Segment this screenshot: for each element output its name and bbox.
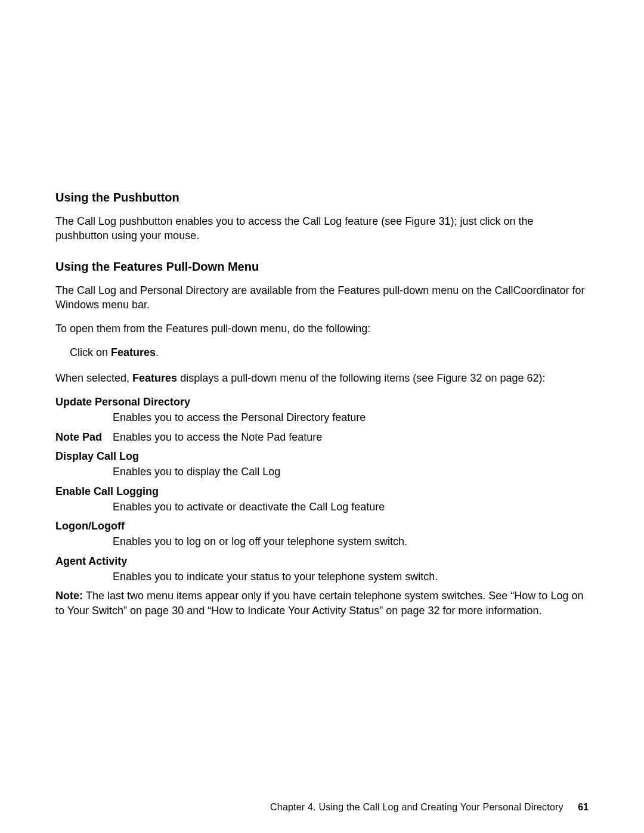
menu-item-term: Note Pad	[55, 430, 113, 444]
text: 32 on page	[470, 372, 524, 384]
menu-item-description: Enables you to display the Call Log	[113, 465, 589, 479]
menu-item-description: Enables you to access the Note Pad featu…	[113, 430, 322, 444]
bold-features: Features	[132, 372, 177, 384]
text: 62):	[527, 372, 546, 384]
page-content: Using the Pushbutton The Call Log pushbu…	[55, 190, 589, 627]
document-page: Using the Pushbutton The Call Log pushbu…	[0, 0, 644, 833]
note-paragraph: Note: The last two menu items appear onl…	[55, 589, 589, 618]
text: The Call Log pushbutton enables you to a…	[55, 215, 435, 227]
text: displays a pull-down menu of the followi…	[177, 372, 467, 384]
menu-item-list: Update Personal DirectoryEnables you to …	[55, 395, 589, 584]
footer-chapter-label: Chapter 4. Using the Call Log and Creati…	[270, 802, 564, 812]
paragraph: When selected, Features displays a pull-…	[55, 371, 589, 385]
text: 30 and “How to Indicate Your Activity St…	[172, 605, 425, 617]
menu-item-term: Agent Activity	[55, 554, 589, 568]
text: When selected,	[55, 372, 132, 384]
menu-item: Agent ActivityEnables you to indicate yo…	[55, 554, 589, 584]
menu-item: Display Call LogEnables you to display t…	[55, 449, 589, 479]
note-label: Note:	[55, 590, 86, 602]
menu-item: Logon/LogoffEnables you to log on or log…	[55, 519, 589, 549]
footer-page-number: 61	[578, 802, 589, 812]
menu-item: Enable Call LoggingEnables you to activa…	[55, 484, 589, 515]
paragraph: The Call Log pushbutton enables you to a…	[55, 214, 589, 243]
text: Click on	[70, 346, 111, 358]
instruction-click-features: Click on Features.	[70, 345, 589, 360]
menu-item-term: Update Personal Directory	[55, 395, 589, 409]
menu-item-term: Display Call Log	[55, 449, 589, 463]
menu-item-term: Logon/Logoff	[55, 519, 589, 533]
page-footer: Chapter 4. Using the Call Log and Creati…	[0, 801, 644, 833]
paragraph: The Call Log and Personal Directory are …	[55, 283, 589, 312]
menu-item-term: Enable Call Logging	[55, 484, 589, 498]
bold-features: Features	[111, 346, 156, 358]
paragraph: To open them from the Features pull-down…	[55, 321, 589, 336]
heading-using-pushbutton: Using the Pushbutton	[55, 190, 589, 206]
menu-item-description: Enables you to indicate your status to y…	[113, 569, 589, 584]
menu-item: Update Personal DirectoryEnables you to …	[55, 395, 589, 425]
menu-item: Note PadEnables you to access the Note P…	[55, 430, 589, 444]
menu-item-description: Enables you to access the Personal Direc…	[113, 410, 589, 425]
menu-item-description: Enables you to activate or deactivate th…	[113, 500, 589, 514]
text: 32 for more information.	[428, 605, 541, 617]
menu-item-description: Enables you to log on or log off your te…	[113, 534, 589, 549]
heading-using-features-menu: Using the Features Pull-Down Menu	[55, 259, 589, 275]
text: .	[156, 346, 159, 358]
